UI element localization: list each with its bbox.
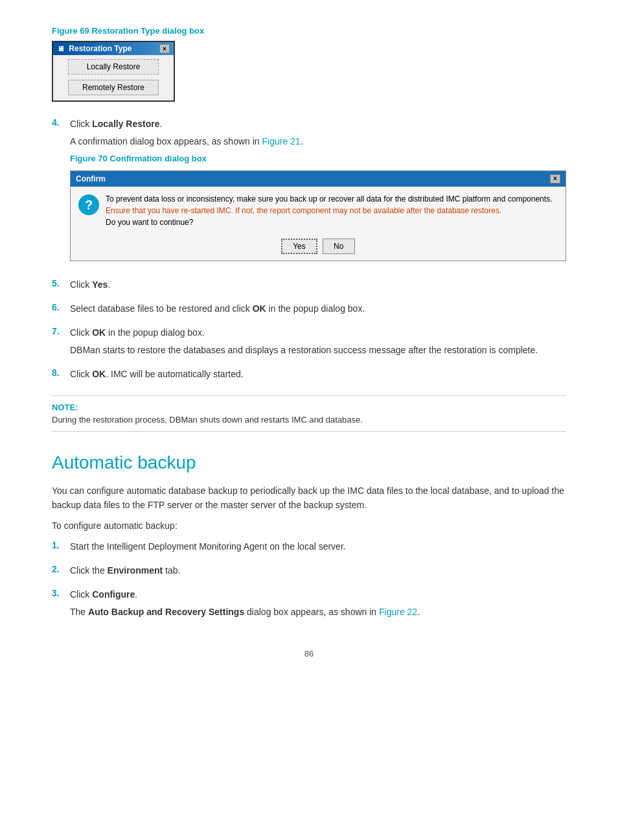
confirm-text-line1: To prevent data loss or inconsistency, m…: [106, 194, 552, 204]
note-box: NOTE: During the restoration process, DB…: [52, 395, 566, 432]
auto-step-2: 2. Click the Environment tab.: [52, 564, 566, 581]
auto-step-2-content: Click the Environment tab.: [70, 564, 566, 581]
section-para1: You can configure automatic database bac…: [52, 484, 566, 513]
restoration-close-btn[interactable]: ×: [159, 44, 170, 53]
auto-step-3-text: Click Configure.: [70, 588, 566, 601]
section-heading: Automatic backup: [52, 452, 566, 473]
note-text: During the restoration process, DBMan sh…: [52, 415, 566, 425]
restoration-title-icon: 🖥: [57, 45, 64, 52]
step-6-text: Select database files to be restored and…: [70, 302, 566, 316]
step-8-number: 8.: [52, 368, 70, 378]
confirm-body: ? To prevent data loss or inconsistency,…: [71, 187, 566, 235]
locally-restore-button[interactable]: Locally Restore: [68, 59, 159, 75]
confirm-dialog: Confirm × ? To prevent data loss or inco…: [70, 170, 566, 261]
auto-step-2-bold: Environment: [108, 565, 163, 576]
step-6: 6. Select database files to be restored …: [52, 302, 566, 320]
confirm-close-btn[interactable]: ×: [550, 174, 560, 183]
figure70-caption: Figure 70 Confirmation dialog box: [70, 152, 566, 165]
restoration-title-text: Restoration Type: [69, 44, 132, 53]
page-number: 86: [52, 649, 566, 659]
step-5-number: 5.: [52, 278, 70, 288]
step-7-text: Click OK in the popup dialog box.: [70, 326, 566, 340]
step-7-number: 7.: [52, 326, 70, 336]
step-6-content: Select database files to be restored and…: [70, 302, 566, 320]
step-5: 5. Click Yes.: [52, 278, 566, 296]
auto-step-3-content: Click Configure. The Auto Backup and Rec…: [70, 588, 566, 623]
step-5-content: Click Yes.: [70, 278, 566, 296]
confirm-title-text: Confirm: [76, 173, 106, 185]
auto-step-1-content: Start the Intelligent Deployment Monitor…: [70, 540, 566, 557]
auto-step-3-sub: The Auto Backup and Recovery Settings di…: [70, 605, 566, 619]
step-5-text: Click Yes.: [70, 278, 566, 292]
step-4-text: Click Locally Restore.: [70, 117, 566, 131]
step-4-sub: A confirmation dialog box appears, as sh…: [70, 135, 566, 148]
note-title: NOTE:: [52, 402, 566, 412]
confirm-title-bar: Confirm ×: [71, 171, 566, 187]
confirm-text-line3: Do you want to continue?: [106, 218, 193, 227]
figure69-caption: Figure 69 Restoration Type dialog box: [52, 26, 566, 36]
step-4-bold: Locally Restore: [92, 119, 159, 129]
confirm-buttons-row: Yes No: [71, 235, 566, 261]
step-8: 8. Click OK. IMC will be automatically s…: [52, 368, 566, 385]
step-4-number: 4.: [52, 117, 70, 128]
step-7: 7. Click OK in the popup dialog box. DBM…: [52, 326, 566, 361]
auto-step-1-text: Start the Intelligent Deployment Monitor…: [70, 540, 566, 554]
auto-step-3-number: 3.: [52, 588, 70, 598]
confirm-no-button[interactable]: No: [323, 239, 355, 254]
step-6-number: 6.: [52, 302, 70, 312]
auto-step-3: 3. Click Configure. The Auto Backup and …: [52, 588, 566, 623]
step-8-text: Click OK. IMC will be automatically star…: [70, 368, 566, 381]
confirm-message: To prevent data loss or inconsistency, m…: [106, 193, 558, 228]
confirm-yes-button[interactable]: Yes: [281, 239, 317, 254]
auto-step-3-bold: Configure: [92, 589, 135, 600]
step-6-bold: OK: [253, 303, 266, 314]
auto-step-1: 1. Start the Intelligent Deployment Moni…: [52, 540, 566, 557]
step-4: 4. Click Locally Restore. A confirmation…: [52, 117, 566, 272]
step-4-content: Click Locally Restore. A confirmation di…: [70, 117, 566, 272]
step-8-bold: OK: [92, 369, 106, 379]
figure22-link[interactable]: Figure 22: [379, 607, 417, 617]
step-8-content: Click OK. IMC will be automatically star…: [70, 368, 566, 385]
restoration-type-dialog: 🖥 Restoration Type × Locally Restore Rem…: [52, 41, 175, 102]
step-7-sub: DBMan starts to restore the databases an…: [70, 344, 566, 357]
step-7-content: Click OK in the popup dialog box. DBMan …: [70, 326, 566, 361]
confirm-text-line2: Ensure that you have re-started IMC. If …: [106, 206, 501, 215]
restoration-title-bar: 🖥 Restoration Type ×: [53, 42, 174, 55]
section-para2: To configure automatic backup:: [52, 519, 566, 533]
auto-backup-bold: Auto Backup and Recovery Settings: [88, 607, 244, 617]
step-5-bold: Yes: [92, 279, 108, 290]
auto-step-1-number: 1.: [52, 540, 70, 550]
auto-step-2-text: Click the Environment tab.: [70, 564, 566, 578]
confirm-question-icon: ?: [78, 194, 99, 215]
remotely-restore-button[interactable]: Remotely Restore: [68, 80, 159, 95]
auto-step-2-number: 2.: [52, 564, 70, 574]
figure21-link[interactable]: Figure 21: [262, 136, 301, 146]
step-7-bold: OK: [92, 327, 106, 338]
